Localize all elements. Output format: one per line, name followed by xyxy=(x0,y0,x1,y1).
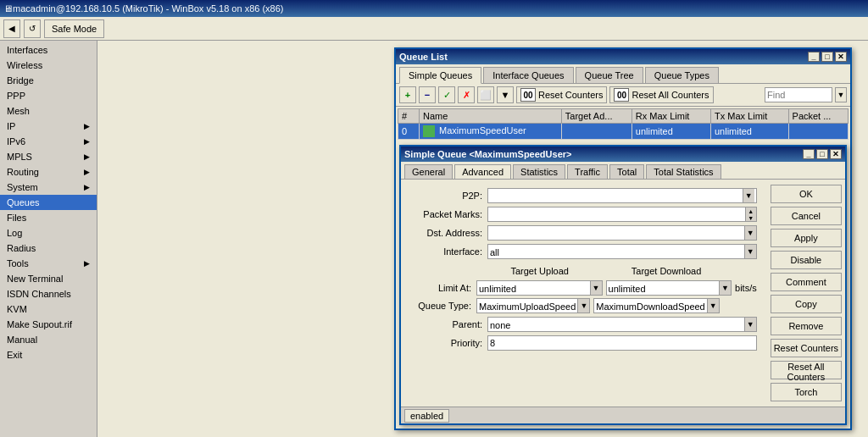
sidebar-item-system[interactable]: System ▶ xyxy=(0,180,97,195)
tab-queue-tree[interactable]: Queue Tree xyxy=(576,67,643,83)
inner-maximize-button[interactable]: □ xyxy=(816,149,828,159)
spinbox-up-button[interactable]: ▲ xyxy=(746,207,756,214)
packet-marks-label: Packet Marks: xyxy=(411,209,487,219)
apply-button[interactable]: Apply xyxy=(771,229,842,247)
sidebar-item-isdn[interactable]: ISDN Channels xyxy=(0,286,97,301)
upload-limit-at-arrow-icon[interactable]: ▼ xyxy=(590,281,602,295)
upload-limit-at-value: unlimited xyxy=(477,281,590,295)
interface-row: Interface: all ▼ xyxy=(404,244,764,259)
close-button[interactable]: ✕ xyxy=(835,52,847,62)
interface-dropdown-arrow-icon[interactable]: ▼ xyxy=(744,245,756,258)
back-button[interactable]: ◀ xyxy=(3,19,20,38)
cancel-button[interactable]: Cancel xyxy=(771,207,842,225)
form-fields: P2P: ▼ Packet Marks: xyxy=(401,180,767,407)
reset-counters-button[interactable]: 00 Reset Counters xyxy=(516,86,607,103)
safe-mode-button[interactable]: Safe Mode xyxy=(44,19,104,38)
p2p-dropdown-arrow-icon[interactable]: ▼ xyxy=(743,189,754,202)
sidebar-item-wireless[interactable]: Wireless xyxy=(0,58,97,73)
form-section: P2P: ▼ Packet Marks: xyxy=(401,180,767,359)
disable-button[interactable]: ✗ xyxy=(458,86,475,103)
sidebar-item-ip[interactable]: IP ▶ xyxy=(0,119,97,134)
minimize-button[interactable]: _ xyxy=(808,52,820,62)
sidebar-item-new-terminal[interactable]: New Terminal xyxy=(0,271,97,286)
torch-button[interactable]: Torch xyxy=(771,383,842,401)
priority-row: Priority: xyxy=(404,335,764,351)
tab-advanced[interactable]: Advanced xyxy=(454,164,511,179)
upload-download-section: Target Upload Target Download xyxy=(404,263,764,278)
tab-interface-queues[interactable]: Interface Queues xyxy=(483,67,573,83)
reset-all-counters-button[interactable]: 00 Reset All Counters xyxy=(609,86,713,103)
simple-queue-tab-bar: General Advanced Statistics Traffic Tota… xyxy=(401,162,845,180)
sidebar-item-label: Mesh xyxy=(7,106,30,116)
sidebar-item-label: New Terminal xyxy=(7,274,63,284)
download-queue-type-arrow-icon[interactable]: ▼ xyxy=(707,299,719,313)
maximize-button[interactable]: □ xyxy=(821,52,833,62)
sidebar-item-kvm[interactable]: KVM xyxy=(0,301,97,317)
sidebar-item-tools[interactable]: Tools ▶ xyxy=(0,256,97,271)
add-button[interactable]: + xyxy=(399,86,416,103)
sidebar-item-queues[interactable]: Queues xyxy=(0,195,97,210)
priority-input[interactable] xyxy=(487,335,757,351)
remove-button[interactable]: Remove xyxy=(771,317,842,335)
remove-button[interactable]: − xyxy=(419,86,436,103)
p2p-dropdown[interactable]: ▼ xyxy=(487,188,757,203)
sidebar-item-files[interactable]: Files xyxy=(0,210,97,225)
sidebar-item-make-supout[interactable]: Make Supout.rif xyxy=(0,317,97,332)
sidebar-item-interfaces[interactable]: Interfaces xyxy=(0,42,97,58)
sidebar-item-manual[interactable]: Manual xyxy=(0,332,97,347)
download-limit-at-arrow-icon[interactable]: ▼ xyxy=(719,281,731,295)
tab-simple-queues[interactable]: Simple Queues xyxy=(399,67,481,84)
packet-marks-spinbox[interactable]: ▲ ▼ xyxy=(487,207,757,222)
copy-button[interactable]: Copy xyxy=(771,295,842,313)
upload-queue-type-arrow-icon[interactable]: ▼ xyxy=(577,299,589,313)
spinbox-down-button[interactable]: ▼ xyxy=(746,214,756,221)
forward-button[interactable]: ↺ xyxy=(24,19,41,38)
dialog-button-panel: OK Cancel Apply Disable Comment Copy Rem… xyxy=(767,180,845,407)
queue-list-title-bar[interactable]: Queue List _ □ ✕ xyxy=(396,49,850,64)
sidebar-item-mpls[interactable]: MPLS ▶ xyxy=(0,149,97,164)
settings-button[interactable]: ⬜ xyxy=(477,86,494,103)
packet-marks-input[interactable] xyxy=(488,207,745,221)
dst-address-dropdown-arrow-icon[interactable]: ▼ xyxy=(744,226,756,240)
dst-address-input[interactable] xyxy=(488,226,744,240)
tab-total[interactable]: Total xyxy=(609,164,644,179)
sidebar-item-exit[interactable]: Exit xyxy=(0,347,97,362)
find-arrow-icon[interactable]: ▼ xyxy=(835,87,847,102)
simple-queue-title-bar[interactable]: Simple Queue <MaximumSpeedUser> _ □ ✕ xyxy=(401,147,845,162)
reset-all-counters-button[interactable]: Reset All Counters xyxy=(771,361,842,379)
inner-close-button[interactable]: ✕ xyxy=(830,149,842,159)
tab-statistics[interactable]: Statistics xyxy=(513,164,565,179)
sidebar-item-ppp[interactable]: PPP xyxy=(0,88,97,103)
tab-queue-types[interactable]: Queue Types xyxy=(645,67,719,83)
interface-label: Interface: xyxy=(411,246,487,257)
queue-list-title: Queue List xyxy=(399,52,448,62)
priority-label: Priority: xyxy=(411,338,487,348)
download-queue-type-value: MaximumDownloadSpeed xyxy=(594,299,706,313)
sidebar-item-bridge[interactable]: Bridge xyxy=(0,73,97,88)
reset-counters-button[interactable]: Reset Counters xyxy=(771,339,842,357)
ok-button[interactable]: OK xyxy=(771,185,842,203)
queue-list-window: Queue List _ □ ✕ Simple Queues Interface… xyxy=(394,47,852,430)
parent-dropdown-arrow-icon[interactable]: ▼ xyxy=(744,318,756,331)
tab-total-statistics[interactable]: Total Statistics xyxy=(646,164,721,179)
tab-general[interactable]: General xyxy=(404,164,453,179)
queue-table: # Name Target Ad... Rx Max Limit Tx Max … xyxy=(398,108,849,140)
sidebar-item-radius[interactable]: Radius xyxy=(0,241,97,256)
queue-list-tab-bar: Simple Queues Interface Queues Queue Tre… xyxy=(396,64,850,84)
inner-minimize-button[interactable]: _ xyxy=(803,149,815,159)
enable-button[interactable]: ✓ xyxy=(438,86,455,103)
sidebar-item-log[interactable]: Log xyxy=(0,225,97,241)
comment-button[interactable]: Comment xyxy=(771,273,842,291)
counter-box-2: 00 xyxy=(614,88,629,102)
sidebar-item-routing[interactable]: Routing ▶ xyxy=(0,164,97,180)
find-input[interactable] xyxy=(765,87,832,102)
sidebar-item-mesh[interactable]: Mesh xyxy=(0,103,97,119)
status-badge: enabled xyxy=(404,409,449,423)
disable-button[interactable]: Disable xyxy=(771,251,842,269)
tab-traffic[interactable]: Traffic xyxy=(567,164,608,179)
sidebar-item-ipv6[interactable]: IPv6 ▶ xyxy=(0,134,97,149)
table-row[interactable]: 0 MaximumSpeedUser unlimited unlimited xyxy=(398,124,849,140)
filter-button[interactable]: ▼ xyxy=(497,86,514,103)
sidebar-item-label: ISDN Channels xyxy=(7,289,71,299)
download-limit-at-value: unlimited xyxy=(607,281,720,295)
